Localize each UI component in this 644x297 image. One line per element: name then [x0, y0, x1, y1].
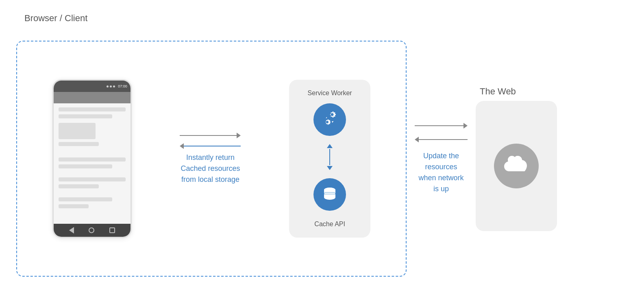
- web-box: [476, 101, 557, 231]
- svg-point-13: [324, 188, 335, 192]
- service-worker-label: Service Worker: [308, 90, 352, 97]
- browser-client-box: 07:00: [16, 41, 407, 277]
- database-icon: [320, 185, 339, 204]
- service-worker-icon: [313, 103, 346, 136]
- arrow-right-icon: [237, 133, 241, 138]
- arrow-left-icon: [180, 143, 184, 149]
- cache-api-label: Cache API: [314, 221, 345, 228]
- gear-icon: [319, 109, 340, 130]
- phone-line: [59, 204, 89, 208]
- phone-line: [59, 157, 126, 162]
- vertical-double-arrow: [327, 144, 333, 170]
- arrow-left-icon: [415, 137, 419, 142]
- arrow-down-icon: [327, 166, 333, 170]
- phone-line: [59, 197, 112, 201]
- phone-line: [59, 184, 99, 188]
- phone-line: [59, 107, 126, 111]
- left-arrow: [180, 143, 241, 149]
- right-arrow: [180, 133, 241, 138]
- update-resources-label: Update the resources when network is up: [418, 151, 463, 194]
- svg-point-1: [331, 113, 334, 116]
- the-web-section: The Web: [476, 86, 557, 231]
- phone-content: [54, 103, 131, 224]
- back-button-icon: [69, 227, 74, 234]
- phone-sw-arrows: Instantly return Cached resources from l…: [170, 133, 251, 185]
- phone-mockup: 07:00: [52, 79, 132, 238]
- the-web-label: The Web: [480, 86, 516, 97]
- svg-point-12: [324, 194, 335, 198]
- cache-api-icon: [313, 178, 346, 211]
- phone-line: [59, 164, 112, 168]
- arrow-right-icon: [463, 123, 468, 129]
- phone-line: [59, 177, 126, 181]
- home-button-icon: [89, 227, 94, 233]
- phone-line: [59, 114, 112, 118]
- phone-nav-bar: [54, 224, 131, 237]
- phone-status-bar: 07:00: [54, 81, 131, 92]
- cloud-svg: [503, 156, 530, 176]
- phone-block: [59, 123, 96, 139]
- svg-point-3: [326, 121, 329, 123]
- browser-client-label: Browser / Client: [24, 13, 87, 24]
- service-worker-box: Service Worker: [289, 80, 370, 238]
- arrow-up-icon: [327, 144, 333, 148]
- phone-toolbar: [54, 92, 131, 103]
- recent-button-icon: [109, 227, 115, 233]
- main-layout: Browser / Client 07:00: [0, 0, 644, 297]
- sw-web-left-arrow: [415, 137, 468, 142]
- cloud-icon: [494, 144, 539, 188]
- sw-web-right-arrow: [415, 123, 468, 129]
- phone-line: [59, 142, 99, 146]
- cached-resources-label: Instantly return Cached resources from l…: [181, 152, 240, 185]
